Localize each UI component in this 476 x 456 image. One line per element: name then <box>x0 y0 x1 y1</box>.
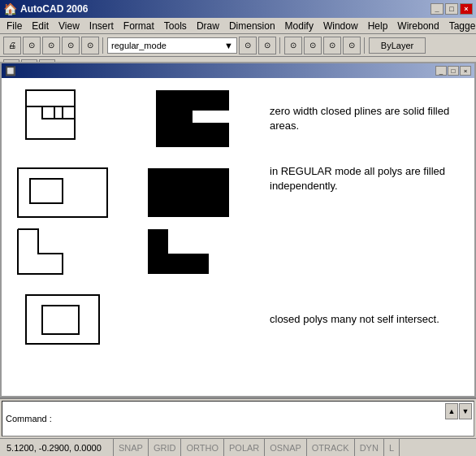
svg-rect-2 <box>42 106 63 119</box>
bylayer-box: ByLayer <box>369 37 426 54</box>
l-btn[interactable]: L <box>384 439 400 456</box>
mdi-close[interactable]: × <box>460 66 471 76</box>
command-input-area: Command : ▲ ▼ <box>2 401 474 436</box>
menu-edit[interactable]: Edit <box>27 19 54 33</box>
minimize-button[interactable]: _ <box>431 3 444 15</box>
status-buttons: SNAP GRID ORTHO POLAR OSNAP OTRACK DYN L <box>114 439 400 456</box>
title-bar: 🏠 AutoCAD 2006 _ □ × <box>0 0 476 18</box>
outline-shape-1 <box>10 86 123 151</box>
title-bar-controls: _ □ × <box>431 3 473 15</box>
outline-f-shape <box>22 86 111 151</box>
layer-dropdown[interactable]: regular_mode ▼ <box>107 37 237 54</box>
content-area: zero width closed plines are solid fille… <box>2 78 474 396</box>
scroll-controls: ▲ ▼ <box>445 403 472 419</box>
text-2: in REGULAR mode all polys are filled ind… <box>270 164 466 193</box>
app-icon: 🏠 <box>3 2 17 15</box>
status-coords: 5.1200, -0.2900, 0.0000 <box>0 439 114 456</box>
svg-marker-7 <box>148 229 209 274</box>
filled-shape-1 <box>140 86 253 151</box>
menu-file[interactable]: File <box>2 19 27 33</box>
command-input[interactable] <box>52 414 470 423</box>
mdi-minimize[interactable]: _ <box>435 66 447 76</box>
maximize-button[interactable]: □ <box>445 3 458 15</box>
svg-rect-0 <box>26 90 75 106</box>
menu-help[interactable]: Help <box>363 19 393 33</box>
command-area: Command : ▲ ▼ <box>0 397 476 438</box>
svg-rect-1 <box>26 90 75 139</box>
grid-btn[interactable]: GRID <box>149 439 182 456</box>
outline-multi-shape <box>14 164 119 278</box>
toolbar-btn-6[interactable]: ⊙ <box>239 37 257 54</box>
bylayer-label: ByLayer <box>381 41 413 50</box>
svg-marker-3 <box>156 90 229 147</box>
scroll-down-btn[interactable]: ▼ <box>459 403 472 419</box>
status-bar: 5.1200, -0.2900, 0.0000 SNAP GRID ORTHO … <box>0 438 476 456</box>
scroll-up-btn[interactable]: ▲ <box>445 403 458 419</box>
svg-rect-5 <box>30 179 63 203</box>
filled-shape-2 <box>140 164 253 278</box>
box-in-box-shape <box>22 291 111 348</box>
menu-dimension[interactable]: Dimension <box>224 19 280 33</box>
svg-rect-8 <box>26 295 99 344</box>
menu-insert[interactable]: Insert <box>84 19 119 33</box>
toolbar-btn-9[interactable]: ⊙ <box>304 37 322 54</box>
osnap-btn[interactable]: OSNAP <box>265 439 307 456</box>
mdi-window: 🔲 _ □ × <box>0 62 476 397</box>
separator-2 <box>279 37 281 54</box>
toolbar-btn-3[interactable]: ⊙ <box>42 37 60 54</box>
dropdown-arrow: ▼ <box>224 41 233 50</box>
close-button[interactable]: × <box>460 3 473 15</box>
diagram-row-2: in REGULAR mode all polys are filled ind… <box>10 164 466 278</box>
menu-bar: File Edit View Insert Format Tools Draw … <box>0 18 476 34</box>
menu-window[interactable]: Window <box>318 19 363 33</box>
dyn-btn[interactable]: DYN <box>355 439 384 456</box>
toolbar-btn-10[interactable]: ⊙ <box>323 37 341 54</box>
separator-1 <box>102 37 104 54</box>
ortho-btn[interactable]: ORTHO <box>181 439 224 456</box>
menu-format[interactable]: Format <box>119 19 159 33</box>
toolbar-btn-7[interactable]: ⊙ <box>258 37 276 54</box>
otrack-btn[interactable]: OTRACK <box>307 439 355 456</box>
toolbar-btn-11[interactable]: ⊙ <box>343 37 361 54</box>
toolbar-btn-4[interactable]: ⊙ <box>62 37 80 54</box>
toolbar-btn-5[interactable]: ⊙ <box>81 37 99 54</box>
menu-tagger[interactable]: Tagger <box>444 19 476 33</box>
snap-btn[interactable]: SNAP <box>114 439 149 456</box>
toolbar-btn-1[interactable]: 🖨 <box>3 37 21 54</box>
separator-3 <box>364 37 366 54</box>
menu-wirebond[interactable]: Wirebond <box>392 19 444 33</box>
command-label: Command : <box>6 414 52 423</box>
svg-rect-6 <box>148 168 229 217</box>
polar-btn[interactable]: POLAR <box>224 439 265 456</box>
menu-modify[interactable]: Modify <box>280 19 318 33</box>
toolbar-btn-8[interactable]: ⊙ <box>284 37 302 54</box>
main-area: 🔲 _ □ × <box>0 62 476 397</box>
menu-view[interactable]: View <box>54 19 84 33</box>
menu-draw[interactable]: Draw <box>192 19 224 33</box>
bottom-section: Command : ▲ ▼ 5.1200, -0.2900, 0.0000 SN… <box>0 397 476 456</box>
filled-f-shape <box>152 86 241 151</box>
text-1: zero width closed plines are solid fille… <box>270 104 466 133</box>
menu-tools[interactable]: Tools <box>159 19 192 33</box>
mdi-maximize[interactable]: □ <box>448 66 459 76</box>
outline-shape-3 <box>10 291 123 348</box>
mdi-controls: _ □ × <box>435 66 471 76</box>
text-3: closed polys many not self intersect. <box>270 312 466 327</box>
mdi-icon: 🔲 <box>5 66 16 76</box>
diagram-row-1: zero width closed plines are solid fille… <box>10 86 466 151</box>
svg-rect-9 <box>42 306 79 334</box>
toolbar-btn-2[interactable]: ⊙ <box>23 37 41 54</box>
filled-multi-shape <box>144 164 249 278</box>
toolbar-main: 🖨 ⊙ ⊙ ⊙ ⊙ regular_mode ▼ ⊙ ⊙ ⊙ ⊙ ⊙ ⊙ ByL… <box>0 34 476 57</box>
diagram-row-3: closed polys many not self intersect. <box>10 291 466 348</box>
app-title: AutoCAD 2006 <box>20 3 88 15</box>
outline-shape-2 <box>10 164 123 278</box>
mdi-title-bar: 🔲 _ □ × <box>2 63 474 78</box>
layer-value: regular_mode <box>111 41 167 50</box>
